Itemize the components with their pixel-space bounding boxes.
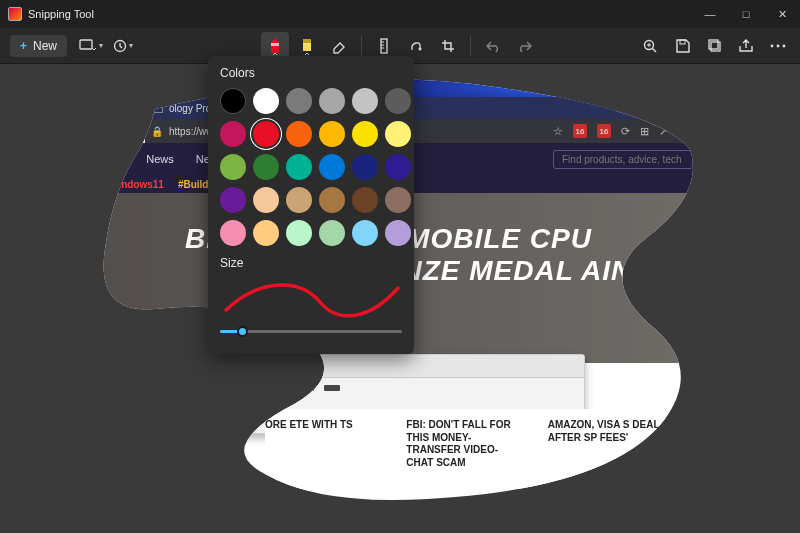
svg-point-9 bbox=[419, 47, 422, 50]
lock-icon: 🔒 bbox=[151, 126, 163, 137]
crop-button[interactable] bbox=[434, 32, 462, 60]
close-button[interactable]: ✕ bbox=[764, 0, 800, 28]
color-swatch[interactable] bbox=[385, 220, 411, 246]
minimize-button[interactable]: — bbox=[692, 0, 728, 28]
color-swatch[interactable] bbox=[286, 187, 312, 213]
svg-point-19 bbox=[783, 44, 786, 47]
color-swatch[interactable] bbox=[352, 220, 378, 246]
share-icon: ↗ bbox=[659, 125, 668, 138]
plus-icon: + bbox=[20, 39, 27, 53]
chevron-down-icon: ▾ bbox=[129, 41, 133, 50]
colors-heading: Colors bbox=[220, 66, 402, 80]
color-swatch[interactable] bbox=[352, 121, 378, 147]
redo-button[interactable] bbox=[511, 32, 539, 60]
pen-options-popover: Colors Size bbox=[208, 56, 414, 354]
color-swatch[interactable] bbox=[286, 220, 312, 246]
app-title: Snipping Tool bbox=[28, 8, 94, 20]
nav-link: News bbox=[146, 153, 174, 165]
favicon bbox=[153, 103, 163, 113]
save-button[interactable] bbox=[668, 32, 696, 60]
color-swatch[interactable] bbox=[253, 88, 279, 114]
svg-rect-0 bbox=[80, 40, 92, 49]
color-swatch[interactable] bbox=[253, 121, 279, 147]
zoom-button[interactable] bbox=[636, 32, 664, 60]
hero-text: MOBILE CPU bbox=[406, 223, 592, 254]
share-button[interactable] bbox=[732, 32, 760, 60]
color-swatch[interactable] bbox=[385, 88, 411, 114]
stroke-preview bbox=[220, 274, 402, 320]
extension-icon: 16 bbox=[573, 124, 587, 138]
color-swatch[interactable] bbox=[253, 154, 279, 180]
article-card: FBI: DON'T FALL FOR THIS MONEY-TRANSFER … bbox=[406, 419, 523, 469]
color-swatch[interactable] bbox=[352, 154, 378, 180]
color-swatch[interactable] bbox=[253, 187, 279, 213]
color-swatch[interactable] bbox=[352, 187, 378, 213]
color-swatch[interactable] bbox=[253, 220, 279, 246]
svg-rect-2 bbox=[271, 43, 279, 46]
color-swatch[interactable] bbox=[319, 154, 345, 180]
article-cards: ORE ETE WITH TS FBI: DON'T FALL FOR THIS… bbox=[265, 409, 665, 489]
color-swatch[interactable] bbox=[319, 220, 345, 246]
color-swatch[interactable] bbox=[319, 187, 345, 213]
separator bbox=[470, 36, 471, 56]
new-snip-button[interactable]: + New bbox=[10, 35, 67, 57]
svg-point-18 bbox=[777, 44, 780, 47]
maximize-button[interactable]: □ bbox=[728, 0, 764, 28]
collections-icon: ⊞ bbox=[640, 125, 649, 138]
refresh-icon: ⟳ bbox=[621, 125, 630, 138]
article-card: ORE ETE WITH TS bbox=[265, 419, 382, 469]
copy-button[interactable] bbox=[700, 32, 728, 60]
more-button[interactable] bbox=[764, 32, 792, 60]
color-swatches bbox=[220, 88, 402, 246]
svg-rect-16 bbox=[709, 40, 718, 49]
color-swatch[interactable] bbox=[286, 88, 312, 114]
color-swatch[interactable] bbox=[385, 187, 411, 213]
title-bar: Snipping Tool — □ ✕ bbox=[0, 0, 800, 28]
color-swatch[interactable] bbox=[319, 88, 345, 114]
color-swatch[interactable] bbox=[220, 88, 246, 114]
chevron-down-icon: ▾ bbox=[99, 41, 103, 50]
color-swatch[interactable] bbox=[220, 187, 246, 213]
snip-mode-dropdown[interactable]: ▾ bbox=[77, 32, 105, 60]
color-swatch[interactable] bbox=[319, 121, 345, 147]
menu-icon: ⋯ bbox=[678, 125, 689, 138]
size-slider[interactable] bbox=[220, 324, 402, 338]
hero-text: NZE MEDAL AIN'T bbox=[401, 255, 658, 286]
slider-thumb[interactable] bbox=[237, 326, 248, 337]
tag: Windows11 bbox=[109, 179, 164, 190]
color-swatch[interactable] bbox=[220, 220, 246, 246]
size-heading: Size bbox=[220, 256, 402, 270]
extension-icon: 16 bbox=[597, 124, 611, 138]
color-swatch[interactable] bbox=[352, 88, 378, 114]
color-swatch[interactable] bbox=[385, 121, 411, 147]
color-swatch[interactable] bbox=[286, 154, 312, 180]
svg-point-17 bbox=[771, 44, 774, 47]
article-card: AMAZON, VISA S DEAL AFTER SP FEES' bbox=[548, 419, 665, 469]
app-icon bbox=[8, 7, 22, 21]
favorite-icon: ☆ bbox=[553, 125, 563, 138]
new-label: New bbox=[33, 39, 57, 53]
nav-link: -To bbox=[109, 153, 124, 165]
color-swatch[interactable] bbox=[220, 154, 246, 180]
undo-button[interactable] bbox=[479, 32, 507, 60]
color-swatch[interactable] bbox=[385, 154, 411, 180]
delay-dropdown[interactable]: ▾ bbox=[109, 32, 137, 60]
svg-line-11 bbox=[653, 48, 657, 52]
svg-rect-15 bbox=[711, 42, 720, 51]
site-search-input bbox=[553, 150, 693, 169]
color-swatch[interactable] bbox=[220, 121, 246, 147]
svg-rect-4 bbox=[303, 39, 311, 43]
color-swatch[interactable] bbox=[286, 121, 312, 147]
separator bbox=[361, 36, 362, 56]
svg-rect-5 bbox=[381, 39, 387, 53]
